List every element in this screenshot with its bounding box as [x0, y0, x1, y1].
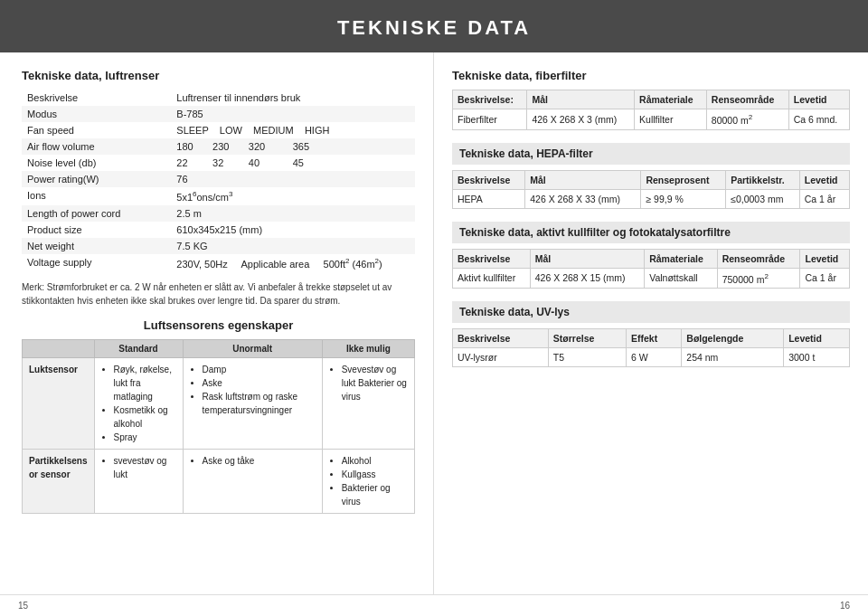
col-levetid: Levetid — [784, 329, 850, 348]
filter-maal: 426 X 268 X 33 (mm) — [525, 189, 641, 208]
page: TEKNISKE DATA Tekniske data, luftrenser … — [0, 0, 868, 616]
table-row: Noise level (db) 22 32 40 45 — [22, 155, 415, 171]
filter-header-row: Beskrivelse Mål Renseprosent Partikkelst… — [453, 170, 850, 189]
filter-header-row: Beskrivelse Størrelse Effekt Bølgelengde… — [453, 329, 850, 348]
filter-maal: 426 X 268 X 3 (mm) — [527, 109, 635, 130]
col-rawmaterial: Råmateriale — [645, 249, 717, 268]
spec-value: 76 — [171, 171, 415, 187]
col-beskrivelse: Beskrivelse — [453, 249, 531, 268]
merk-note: Merk: Strømforbruket er ca. 2 W når enhe… — [22, 280, 415, 308]
spec-label: Voltage supply — [22, 254, 171, 272]
table-row: Beskrivelse Luftrenser til innendørs bru… — [22, 90, 415, 106]
filter-rawmaterial: Valnøttskall — [645, 268, 717, 289]
col-effekt: Effekt — [627, 329, 682, 348]
page-title: TEKNISKE DATA — [337, 16, 531, 39]
table-row: Fan speed SLEEP LOW MEDIUM HIGH — [22, 122, 415, 138]
spec-value: 5x16ons/cm3 — [171, 187, 415, 205]
col-renseomraade: Renseområde — [717, 249, 800, 268]
filter-levetid: Ca 1 år — [800, 268, 850, 289]
sensor-col-header-ikke: Ikke mulig — [322, 340, 414, 358]
page-numbers: 15 16 — [0, 594, 868, 616]
left-section-title: Tekniske data, luftrenser — [22, 69, 415, 82]
uv-effekt: 6 W — [627, 348, 682, 367]
spec-label: Fan speed — [22, 122, 171, 138]
kullfilter-table: Beskrivelse Mål Råmateriale Renseområde … — [452, 249, 850, 289]
sensor-col-header — [23, 340, 95, 358]
filter-header-row: Beskrivelse: Mål Råmateriale Renseområde… — [453, 90, 850, 109]
spec-label: Net weight — [22, 238, 171, 254]
col-beskrivelse: Beskrivelse — [453, 170, 525, 189]
filter-rense: 80000 m2 — [706, 109, 788, 130]
spec-label: Beskrivelse — [22, 90, 171, 106]
col-maal: Mål — [525, 170, 641, 189]
spec-value: 7.5 KG — [171, 238, 415, 254]
table-row: Aktivt kullfilter 426 X 268 X 15 (mm) Va… — [453, 268, 850, 289]
col-maal: Mål — [527, 90, 635, 109]
page-header: TEKNISKE DATA — [0, 0, 868, 52]
col-renseomraade: Renseområde — [706, 90, 788, 109]
sensor-row-luktsensor: Luktsensor Røyk, røkelse, lukt fra matla… — [23, 358, 415, 450]
filter-name: HEPA — [453, 189, 525, 208]
sensor-row-partikkel: Partikkelsens or sensor svevestøv og luk… — [23, 450, 415, 514]
spec-label: Product size — [22, 222, 171, 238]
table-row: Fiberfilter 426 X 268 X 3 (mm) Kullfilte… — [453, 109, 850, 130]
filter-name: Aktivt kullfilter — [453, 268, 531, 289]
hepa-table: Beskrivelse Mål Renseprosent Partikkelst… — [452, 170, 850, 209]
page-number-right: 16 — [840, 601, 850, 611]
sensor-section-title: Luftsensorens egenskaper — [22, 318, 415, 332]
table-row: HEPA 426 X 268 X 33 (mm) ≥ 99,9 % ≤0,000… — [453, 189, 850, 208]
filter-name: Fiberfilter — [453, 109, 527, 130]
col-beskrivelse: Beskrivelse — [453, 329, 549, 348]
col-levetid: Levetid — [799, 170, 849, 189]
spec-label: Noise level (db) — [22, 155, 171, 171]
spec-value: Luftrenser til innendørs bruk — [171, 90, 415, 106]
uvlys-table: Beskrivelse Størrelse Effekt Bølgelengde… — [452, 328, 850, 367]
sensor-row-label: Partikkelsens or sensor — [23, 450, 95, 514]
spec-value: 22 32 40 45 — [171, 155, 415, 171]
section4-title: Tekniske data, UV-lys — [452, 301, 850, 323]
left-column: Tekniske data, luftrenser Beskrivelse Lu… — [0, 52, 434, 594]
table-row: Modus B-785 — [22, 106, 415, 122]
uv-storrelse: T5 — [548, 348, 626, 367]
sensor-ikke: Svevestøv og lukt Bakterier og virus — [322, 358, 414, 450]
spec-label: Air flow volume — [22, 138, 171, 155]
table-row: Net weight 7.5 KG — [22, 238, 415, 254]
table-row: Air flow volume 180 230 320 365 — [22, 138, 415, 155]
spec-value: 610x345x215 (mm) — [171, 222, 415, 238]
uv-name: UV-lysrør — [453, 348, 549, 367]
sensor-col-header-standard: Standard — [94, 340, 183, 358]
page-number-left: 15 — [18, 601, 28, 611]
sensor-unormalt: Damp Aske Rask luftstrøm og raske temper… — [183, 358, 322, 450]
filter-partikkel: ≤0,0003 mm — [726, 189, 800, 208]
sensor-header-row: Standard Unormalt Ikke mulig — [23, 340, 415, 358]
spec-label: Ions — [22, 187, 171, 205]
sensor-ikke: Alkohol Kullgass Bakterier og virus — [322, 450, 414, 514]
spec-value: B-785 — [171, 106, 415, 122]
col-bolgelengde: Bølgelengde — [682, 329, 784, 348]
filter-levetid: Ca 6 mnd. — [788, 109, 849, 130]
filter-levetid: Ca 1 år — [799, 189, 849, 208]
spec-label: Power rating(W) — [22, 171, 171, 187]
table-row: Product size 610x345x215 (mm) — [22, 222, 415, 238]
spec-value: SLEEP LOW MEDIUM HIGH — [171, 122, 415, 138]
col-rawmaterial: Råmateriale — [635, 90, 707, 109]
col-renseprosent: Renseprosent — [641, 170, 726, 189]
col-partikkelstr: Partikkelstr. — [726, 170, 800, 189]
table-row: Length of power cord 2.5 m — [22, 205, 415, 222]
filter-maal: 426 X 268 X 15 (mm) — [530, 268, 644, 289]
col-storrelse: Størrelse — [548, 329, 626, 348]
filter-rawmaterial: Kullfilter — [635, 109, 707, 130]
sensor-standard: Røyk, røkelse, lukt fra matlaging Kosmet… — [94, 358, 183, 450]
sensor-row-label: Luktsensor — [23, 358, 95, 450]
col-beskrivelse: Beskrivelse: — [453, 90, 527, 109]
spec-value: 230V, 50Hz Applicable area 500ft2 (46m2) — [171, 254, 415, 272]
specs-table: Beskrivelse Luftrenser til innendørs bru… — [22, 90, 415, 271]
uv-bolgelengde: 254 nm — [682, 348, 784, 367]
section3-title: Tekniske data, aktivt kullfilter og foto… — [452, 222, 850, 243]
filter-header-row: Beskrivelse Mål Råmateriale Renseområde … — [453, 249, 850, 268]
sensor-table: Standard Unormalt Ikke mulig Luktsensor … — [22, 339, 415, 514]
col-levetid: Levetid — [788, 90, 849, 109]
sensor-unormalt: Aske og tåke — [183, 450, 322, 514]
table-row: Power rating(W) 76 — [22, 171, 415, 187]
col-maal: Mål — [530, 249, 644, 268]
